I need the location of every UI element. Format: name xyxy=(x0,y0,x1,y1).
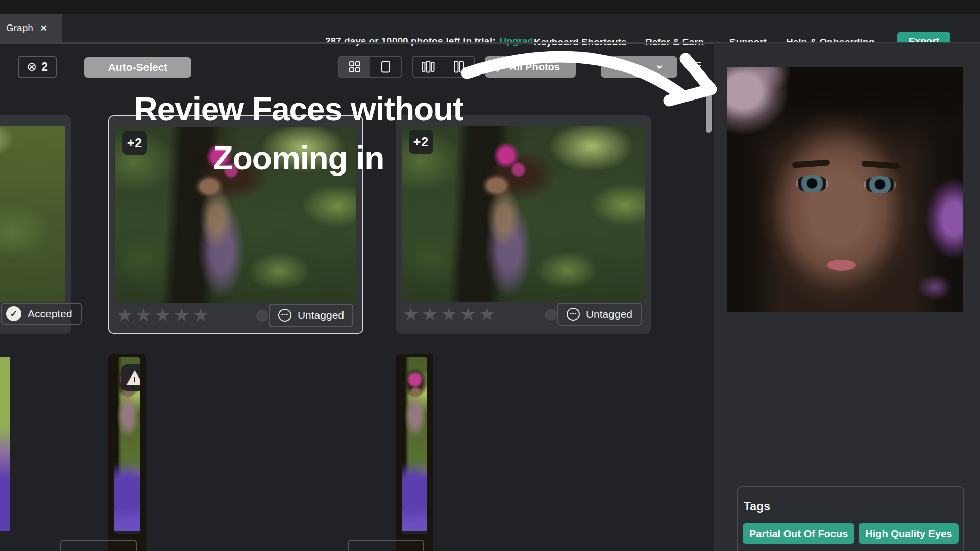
tag-high-quality-eyes[interactable]: High Quality Eyes xyxy=(859,523,959,544)
detail-side-panel: Tags Partial Out Of Focus High Quality E… xyxy=(714,43,980,551)
photo-card[interactable] xyxy=(396,354,433,551)
card-footer: ✓ Accepted xyxy=(0,303,65,327)
face-preview-image xyxy=(727,67,963,312)
color-tag-dot[interactable] xyxy=(545,309,557,321)
card-footer xyxy=(402,540,427,551)
close-icon[interactable]: ✕ xyxy=(40,23,47,34)
window-top-strip xyxy=(0,0,980,14)
status-label: Untagged xyxy=(586,308,632,320)
tab-label: Graph xyxy=(6,22,33,34)
view-mode-toggle xyxy=(338,56,402,78)
selected-count: 2 xyxy=(41,60,48,74)
headline-line2: Zooming in xyxy=(69,134,528,183)
photo-thumbnail xyxy=(402,357,427,534)
face-detail xyxy=(827,260,856,271)
check-icon: ✓ xyxy=(6,306,21,321)
photo-card-warning[interactable]: ! xyxy=(108,354,146,551)
dots-circle-icon: ••• xyxy=(278,309,291,322)
deselect-count-button[interactable]: ⊗ 2 xyxy=(18,56,57,78)
tab-graph[interactable]: Graph ✕ xyxy=(0,14,62,42)
untagged-status-button[interactable]: ••• Untagged xyxy=(269,304,353,327)
tags-section: Tags Partial Out Of Focus High Quality E… xyxy=(737,486,964,551)
photo-thumbnail: ! xyxy=(114,357,140,534)
survey-view-icon xyxy=(422,61,435,73)
status-button[interactable] xyxy=(60,540,137,551)
grid-view-button[interactable] xyxy=(339,57,370,77)
grid-icon xyxy=(349,61,361,73)
tags-title: Tags xyxy=(744,499,958,513)
card-footer: ★★★★★ ••• Untagged xyxy=(115,304,356,328)
warning-triangle-icon: ! xyxy=(126,370,140,385)
single-frame-icon xyxy=(380,61,392,73)
card-footer: ★★★★★ ••• Untagged xyxy=(402,303,645,327)
app-window: Graph ✕ 287 days or 10000 photos left in… xyxy=(0,0,980,551)
tag-pills: Partial Out Of Focus High Quality Eyes xyxy=(743,523,958,544)
status-button[interactable] xyxy=(348,540,424,551)
color-tag-dot[interactable] xyxy=(256,310,268,322)
star-rating[interactable]: ★★★★★ xyxy=(116,305,211,326)
status-label: Untagged xyxy=(298,309,344,321)
untagged-status-button[interactable]: ••• Untagged xyxy=(557,303,642,326)
star-rating[interactable]: ★★★★★ xyxy=(403,304,498,325)
face-detail xyxy=(796,175,828,192)
tutorial-arrow xyxy=(449,38,735,120)
photo-edge-sliver xyxy=(0,357,10,531)
survey-view-button[interactable] xyxy=(413,57,444,77)
single-view-button[interactable] xyxy=(370,57,401,77)
auto-select-button[interactable]: Auto-Select xyxy=(84,57,191,78)
warning-badge[interactable]: ! xyxy=(121,364,140,391)
status-label: Accepted xyxy=(28,308,72,320)
tag-partial-out-of-focus[interactable]: Partial Out Of Focus xyxy=(743,523,854,544)
photo-forest xyxy=(0,126,65,302)
photo-girl-purple-dress xyxy=(402,357,427,531)
accepted-status-button[interactable]: ✓ Accepted xyxy=(1,303,82,325)
circle-x-icon: ⊗ xyxy=(27,61,37,73)
card-footer xyxy=(114,540,140,551)
face-photo xyxy=(727,67,963,312)
dots-circle-icon: ••• xyxy=(567,308,580,321)
photo-card-partial-left[interactable]: ✓ Accepted xyxy=(0,115,71,334)
photo-thumbnail xyxy=(0,126,65,302)
face-detail xyxy=(864,176,896,193)
